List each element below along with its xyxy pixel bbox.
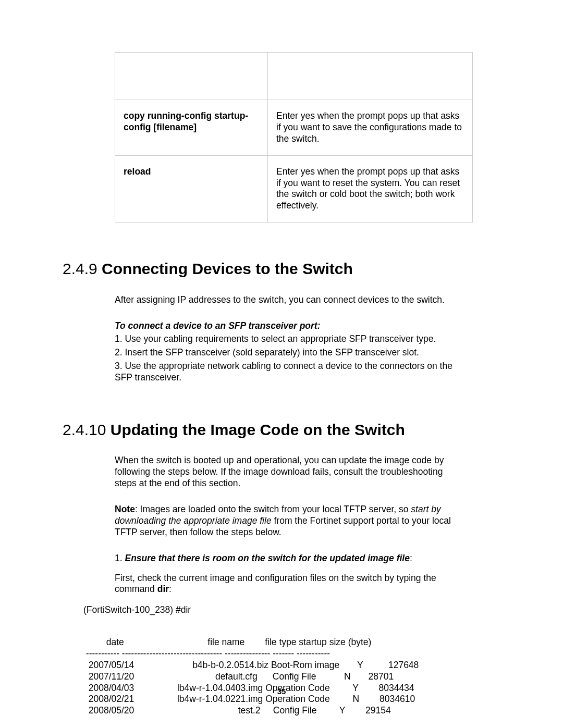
- step-colon: :: [410, 553, 412, 563]
- note-label: Note: [115, 504, 135, 514]
- section-heading-249: 2.4.9 Connecting Devices to the Switch: [63, 259, 500, 279]
- step-text: 1. Use your cabling requirements to sele…: [115, 334, 459, 345]
- dir-header: date file name file type startup size (b…: [83, 637, 371, 647]
- dir-row: 2007/05/14 b4b-b-0.2.0514.biz Boot-Rom i…: [83, 660, 419, 670]
- section-title: Updating the Image Code on the Switch: [111, 421, 405, 438]
- section-2410-body: When the switch is booted up and operati…: [115, 455, 459, 595]
- dir-cmd: dir: [157, 584, 169, 594]
- section-title: Connecting Devices to the Switch: [102, 260, 353, 277]
- table-row: reload Enter yes when the prompt pops up…: [115, 155, 473, 223]
- step-1-line: 1. Ensure that there is room on the swit…: [115, 553, 459, 564]
- page-number: 35: [0, 687, 563, 697]
- table-row: copy running-config startup-config [file…: [115, 100, 473, 156]
- step-text: 2. Insert the SFP transceiver (sold sepa…: [115, 347, 459, 359]
- body-post: :: [169, 584, 172, 594]
- section-249-body: After assigning IP addresses to the swit…: [115, 294, 459, 384]
- dir-output: date file name file type startup size (b…: [83, 625, 500, 717]
- section-number: 2.4.9: [63, 260, 97, 277]
- command-table: copy running-config startup-config [file…: [115, 52, 473, 223]
- command-cell: reload: [115, 155, 268, 223]
- step-lead: 1.: [115, 553, 125, 563]
- intro-text: When the switch is booted up and operati…: [115, 455, 459, 489]
- cli-prompt: (FortiSwitch-100_238) #dir: [83, 604, 500, 616]
- note-pre: : Images are loaded onto the switch from…: [135, 504, 411, 514]
- step-1-body: First, check the current image and confi…: [115, 573, 459, 596]
- dir-divider: ----------- ----------------------------…: [83, 648, 330, 659]
- note-line: Note: Images are loaded onto the switch …: [115, 504, 459, 538]
- sub-heading: To connect a device to an SFP transceive…: [115, 320, 459, 332]
- dir-row: 2008/05/20 test.2 Config File Y 29154: [83, 705, 391, 715]
- page: copy running-config startup-config [file…: [0, 0, 563, 728]
- step-bold: Ensure that there is room on the switch …: [125, 553, 409, 563]
- intro-text: After assigning IP addresses to the swit…: [115, 294, 459, 306]
- description-cell: Enter yes when the prompt pops up that a…: [268, 155, 473, 223]
- section-number: 2.4.10: [63, 421, 106, 438]
- section-heading-2410: 2.4.10 Updating the Image Code on the Sw…: [63, 420, 500, 440]
- dir-row: 2007/11/20 default.cfg Config File N 287…: [83, 671, 394, 682]
- step-text: 3. Use the appropriate network cabling t…: [115, 361, 459, 384]
- table-row: [115, 53, 473, 100]
- description-cell: Enter yes when the prompt pops up that a…: [268, 100, 473, 156]
- command-cell: copy running-config startup-config [file…: [115, 100, 268, 156]
